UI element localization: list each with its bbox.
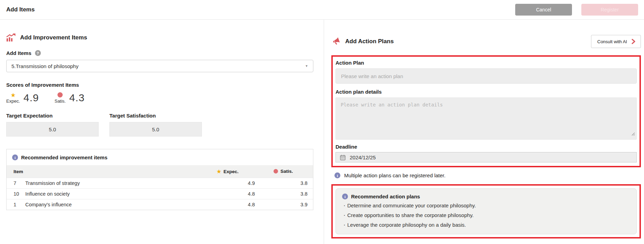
row-number: 10: [14, 191, 21, 197]
row-expec-value: 4.8: [206, 202, 258, 207]
info-icon: i: [334, 172, 340, 178]
action-plan-details-textarea[interactable]: [336, 97, 637, 140]
action-plan-details-label: Action plan details: [336, 89, 637, 95]
star-icon: ★: [217, 169, 221, 174]
main-content: Add Improvement Items Add Items ? 5.Tran…: [0, 20, 644, 244]
consult-with-ai-label: Consult with AI: [597, 39, 627, 44]
action-plan-form-highlight: Action Plan Action plan details Deadline: [331, 55, 641, 167]
row-item-name: Influence on society: [25, 191, 70, 197]
info-icon: i: [12, 154, 18, 160]
recommended-plan-item: Create opportunities to share the corpor…: [342, 212, 630, 219]
recommended-items-table: i Recommended improvement items Item ★Ex…: [6, 149, 313, 210]
star-icon: ★: [10, 92, 16, 98]
action-plans-panel: Add Action Plans Consult with AI Action …: [324, 20, 644, 244]
target-expectation-input[interactable]: 5.0: [6, 122, 99, 137]
chevron-down-icon: ▼: [305, 64, 308, 68]
add-items-label-row: Add Items ?: [6, 50, 313, 56]
add-items-selected-value: 5.Transmission of philosophy: [11, 63, 79, 69]
target-satisfaction-field: Target Satisfaction 5.0: [109, 113, 202, 137]
row-satis-value: 3.8: [258, 191, 313, 197]
expectation-score-label: Expec.: [6, 99, 20, 103]
recommended-items-title: Recommended improvement items: [21, 154, 107, 160]
column-header-item: Item: [7, 169, 206, 174]
row-expec-value: 4.8: [206, 191, 258, 197]
resize-handle-icon[interactable]: [632, 131, 635, 137]
action-plans-head: Add Action Plans Consult with AI: [331, 35, 641, 48]
table-row[interactable]: 10Influence on society 4.8 3.8: [7, 188, 313, 199]
row-satis-value: 3.9: [258, 202, 313, 207]
consult-with-ai-button[interactable]: Consult with AI: [591, 35, 641, 48]
row-satis-value: 3.8: [258, 180, 313, 186]
scores-row: ★ Expec. 4.9 Satis. 4.3: [6, 92, 313, 104]
expectation-score: ★ Expec. 4.9: [6, 92, 39, 104]
column-header-satis: Satis.: [280, 169, 293, 174]
table-header-row: Item ★Expec. Satis.: [7, 165, 313, 178]
deadline-input[interactable]: 2024/12/25: [336, 152, 637, 162]
row-expec-value: 4.9: [206, 180, 258, 186]
row-item-name: Company's influence: [25, 202, 72, 207]
satisfaction-dot-icon: [274, 169, 278, 173]
note-row: i Multiple action plans can be registere…: [331, 172, 641, 178]
recommended-plans-panel: i Recommended action plans Determine and…: [336, 188, 637, 234]
targets-row: Target Expectation 5.0 Target Satisfacti…: [6, 113, 313, 137]
cancel-button[interactable]: Cancel: [515, 4, 572, 16]
recommended-items-title-row: i Recommended improvement items: [7, 149, 313, 165]
satisfaction-score-value: 4.3: [69, 92, 85, 104]
top-bar: Add Items Cancel Register: [0, 0, 644, 20]
help-icon[interactable]: ?: [35, 50, 41, 56]
table-row[interactable]: 1Company's influence 4.8 3.9: [7, 199, 313, 210]
improvement-items-panel: Add Improvement Items Add Items ? 5.Tran…: [0, 20, 324, 244]
page-title: Add Items: [6, 6, 35, 13]
scores-title: Scores of Improvement Items: [6, 82, 313, 88]
action-plans-title: Add Action Plans: [345, 38, 394, 45]
row-number: 7: [14, 180, 21, 186]
improvement-section-title: Add Improvement Items: [20, 34, 87, 41]
satisfaction-dot-icon: [57, 92, 63, 97]
register-button[interactable]: Register: [581, 4, 638, 16]
calendar-icon: [340, 154, 346, 160]
deadline-value: 2024/12/25: [350, 154, 376, 160]
recommended-plans-highlight: i Recommended action plans Determine and…: [331, 184, 641, 238]
action-plan-label: Action Plan: [336, 60, 637, 66]
recommended-plans-title: Recommended action plans: [351, 194, 420, 199]
topbar-actions: Cancel Register: [515, 4, 638, 16]
row-number: 1: [14, 202, 21, 207]
target-satisfaction-label: Target Satisfaction: [109, 113, 156, 119]
megaphone-icon: [331, 37, 340, 46]
action-plan-input[interactable]: [336, 68, 637, 84]
add-items-label: Add Items: [6, 50, 32, 56]
trending-chart-icon: [6, 34, 16, 41]
table-row[interactable]: 7Transmission of strategy 4.9 3.8: [7, 178, 313, 188]
info-icon: i: [342, 194, 348, 199]
recommended-plan-item: Leverage the corporate philosophy on a d…: [342, 222, 630, 228]
chevron-right-icon: [631, 39, 636, 44]
target-expectation-field: Target Expectation 5.0: [6, 113, 99, 137]
recommended-plan-item: Determine and communicate your corporate…: [342, 203, 630, 209]
expectation-score-value: 4.9: [24, 92, 39, 104]
satisfaction-score-label: Satis.: [54, 99, 66, 103]
recommended-plans-title-row: i Recommended action plans: [342, 194, 630, 199]
column-header-expec: Expec.: [223, 169, 239, 174]
row-item-name: Transmission of strategy: [25, 180, 80, 186]
note-text: Multiple action plans can be registered …: [344, 172, 446, 178]
improvement-section-head: Add Improvement Items: [6, 34, 313, 41]
satisfaction-score: Satis. 4.3: [54, 92, 84, 104]
target-satisfaction-input[interactable]: 5.0: [109, 122, 202, 137]
target-expectation-label: Target Expectation: [6, 113, 53, 119]
deadline-label: Deadline: [336, 144, 637, 150]
add-items-select[interactable]: 5.Transmission of philosophy ▼: [6, 60, 313, 72]
